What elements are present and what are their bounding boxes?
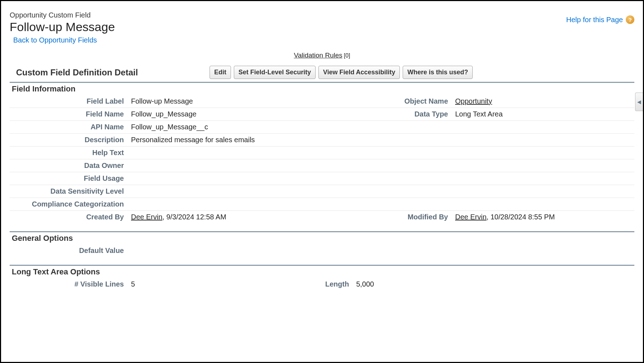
object-name-link[interactable]: Opportunity [455, 97, 492, 105]
label-field-name: Field Name [10, 108, 127, 121]
label-created-by: Created By [10, 211, 127, 224]
label-field-label: Field Label [10, 95, 127, 108]
label-default-value: Default Value [10, 244, 127, 257]
label-field-usage: Field Usage [10, 172, 127, 185]
value-object-name: Opportunity [452, 95, 634, 108]
help-for-page-link[interactable]: Help for this Page [566, 16, 623, 24]
value-modified-by: Dee Ervin, 10/28/2024 8:55 PM [452, 211, 634, 224]
value-data-sensitivity [127, 185, 352, 198]
value-field-usage [127, 172, 352, 185]
value-help-text [127, 146, 352, 159]
validation-rules-count: [0] [344, 53, 350, 59]
value-length: 5,000 [353, 278, 634, 290]
value-description: Personalized message for sales emails [127, 134, 352, 146]
view-field-accessibility-button[interactable]: View Field Accessibility [318, 66, 400, 79]
value-compliance [127, 198, 352, 211]
value-data-owner [127, 159, 352, 172]
label-compliance: Compliance Categorization [10, 198, 127, 211]
value-api-name: Follow_up_Message__c [127, 121, 352, 134]
created-by-user-link[interactable]: Dee Ervin [131, 213, 162, 221]
help-icon[interactable]: ? [626, 15, 634, 24]
page-title: Follow-up Message [10, 20, 115, 34]
section-title: Custom Field Definition Detail [10, 68, 210, 78]
where-is-this-used-button[interactable]: Where is this used? [403, 66, 473, 79]
value-created-by: Dee Ervin, 9/3/2024 12:58 AM [127, 211, 352, 224]
label-data-owner: Data Owner [10, 159, 127, 172]
created-by-date: , 9/3/2024 12:58 AM [162, 213, 226, 221]
validation-rules-anchor[interactable]: Validation Rules [294, 51, 342, 59]
value-data-type: Long Text Area [452, 108, 634, 121]
label-description: Description [10, 134, 127, 146]
value-default-value [127, 244, 331, 257]
general-options-table: Default Value [10, 244, 634, 257]
value-field-name: Follow_up_Message [127, 108, 352, 121]
edit-button[interactable]: Edit [210, 66, 231, 79]
label-data-sensitivity: Data Sensitivity Level [10, 185, 127, 198]
label-help-text: Help Text [10, 146, 127, 159]
label-visible-lines: # Visible Lines [10, 278, 127, 290]
general-options-heading: General Options [10, 231, 634, 244]
page-anchors: Validation Rules[0] [10, 51, 634, 59]
breadcrumb: Opportunity Custom Field [10, 11, 115, 19]
set-field-level-security-button[interactable]: Set Field-Level Security [234, 66, 316, 79]
label-object-name: Object Name [352, 95, 452, 108]
modified-by-date: , 10/28/2024 8:55 PM [487, 213, 555, 221]
value-field-label: Follow-up Message [127, 95, 352, 108]
label-length: Length [253, 278, 353, 290]
back-to-fields-link[interactable]: Back to Opportunity Fields [13, 36, 97, 44]
modified-by-user-link[interactable]: Dee Ervin [455, 213, 487, 221]
value-visible-lines: 5 [127, 278, 253, 290]
label-modified-by: Modified By [352, 211, 452, 224]
field-information-table: Field Label Follow-up Message Object Nam… [10, 95, 634, 223]
label-api-name: API Name [10, 121, 127, 134]
lta-options-heading: Long Text Area Options [10, 265, 634, 278]
field-information-heading: Field Information [10, 82, 634, 95]
lta-options-table: # Visible Lines 5 Length 5,000 [10, 278, 634, 290]
chevron-left-icon: ◀ [637, 99, 641, 105]
side-panel-toggle[interactable]: ◀ [635, 93, 643, 111]
label-data-type: Data Type [352, 108, 452, 121]
